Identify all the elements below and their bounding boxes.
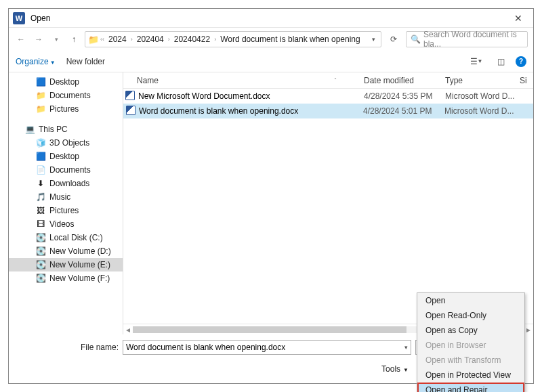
chevron-right-icon: ›: [131, 36, 133, 43]
sidebar-item-documents-pc[interactable]: 📄Documents: [9, 163, 123, 177]
drive-icon: 💽: [36, 260, 45, 269]
scroll-left-icon[interactable]: ◂: [126, 325, 130, 334]
up-button[interactable]: ↑: [67, 32, 81, 46]
navigation-pane[interactable]: 🟦Desktop 📁Documents 📁Pictures 💻This PC 🧊…: [9, 72, 123, 334]
word-app-icon: W: [13, 12, 25, 24]
menu-item-open-as-copy[interactable]: Open as Copy: [417, 323, 524, 338]
drive-icon: 💽: [36, 233, 45, 242]
file-type-cell: Microsoft Word D...: [445, 91, 520, 101]
file-name-value: Word document is blank when opening.docx: [126, 343, 400, 352]
tools-menu[interactable]: Tools▼: [381, 364, 409, 374]
preview-pane-button[interactable]: ◫: [491, 55, 510, 68]
pictures-icon: 🖼: [36, 206, 45, 215]
file-name-cell: Word document is blank when opening.docx: [138, 106, 363, 116]
breadcrumb-item[interactable]: 20240422: [171, 35, 213, 44]
sidebar-item-desktop[interactable]: 🟦Desktop: [9, 75, 123, 89]
word-doc-icon: [125, 91, 135, 100]
sidebar-item-volume-d[interactable]: 💽New Volume (D:): [9, 244, 123, 258]
music-icon: 🎵: [36, 192, 45, 202]
column-date[interactable]: Date modified: [364, 76, 445, 85]
menu-item-open-readonly[interactable]: Open Read-Only: [417, 308, 524, 323]
sidebar-item-local-disk-c[interactable]: 💽Local Disk (C:): [9, 231, 123, 244]
videos-icon: 🎞: [36, 219, 45, 229]
chevron-icon: ‹‹: [100, 36, 104, 43]
search-icon: 🔍: [411, 35, 421, 44]
sidebar-item-downloads[interactable]: ⬇Downloads: [9, 177, 123, 190]
documents-icon: 📄: [36, 165, 45, 175]
file-date-cell: 4/28/2024 5:01 PM: [363, 106, 444, 116]
new-folder-button[interactable]: New folder: [66, 57, 105, 66]
sidebar-item-documents[interactable]: 📁Documents: [9, 89, 123, 102]
search-placeholder: Search Word document is bla...: [423, 30, 523, 49]
column-headers: Name˄ Date modified Type Si: [123, 72, 533, 89]
file-row[interactable]: Word document is blank when opening.docx…: [123, 104, 533, 118]
column-type[interactable]: Type: [445, 76, 520, 85]
file-type-cell: Microsoft Word D...: [444, 106, 519, 116]
address-dropdown[interactable]: ▾: [369, 36, 378, 43]
word-doc-icon: [126, 106, 136, 115]
recent-dropdown[interactable]: ▾: [49, 32, 63, 46]
chevron-right-icon: ›: [168, 36, 170, 43]
breadcrumb-item[interactable]: 202404: [134, 35, 167, 44]
address-bar[interactable]: 📁 ‹‹ 2024 › 202404 › 20240422 › Word doc…: [85, 31, 381, 47]
file-rows: New Microsoft Word Document.docx 4/28/20…: [123, 89, 533, 324]
breadcrumb-item[interactable]: 2024: [106, 35, 129, 44]
drive-icon: 💽: [36, 274, 45, 283]
drive-icon: 💽: [36, 246, 45, 256]
sidebar-item-volume-e[interactable]: 💽New Volume (E:): [9, 258, 123, 271]
sidebar-item-pictures[interactable]: 📁Pictures: [9, 102, 123, 116]
menu-item-open[interactable]: Open: [417, 293, 524, 308]
folder-icon: 📁: [88, 35, 99, 45]
scrollbar-thumb[interactable]: [133, 326, 406, 333]
desktop-icon: 🟦: [36, 152, 45, 161]
menu-item-open-and-repair[interactable]: Open and Repair: [417, 383, 524, 392]
file-name-cell: New Microsoft Word Document.docx: [137, 91, 364, 101]
chevron-right-icon: ›: [214, 36, 216, 43]
forward-button[interactable]: →: [32, 32, 45, 46]
folder-icon: 📁: [36, 104, 45, 114]
menu-item-open-protected-view[interactable]: Open in Protected View: [417, 368, 524, 383]
view-options-button[interactable]: ☰ ▼: [467, 55, 486, 68]
pc-icon: 💻: [25, 125, 35, 134]
sidebar-item-volume-f[interactable]: 💽New Volume (F:): [9, 271, 123, 285]
menu-item-open-in-browser: Open in Browser: [417, 338, 524, 353]
menu-item-open-with-transform: Open with Transform: [417, 353, 524, 368]
cube-icon: 🧊: [36, 138, 45, 148]
breadcrumb-item[interactable]: Word document is blank when opening: [217, 35, 363, 44]
sidebar-item-music[interactable]: 🎵Music: [9, 190, 123, 204]
column-name[interactable]: Name˄: [123, 76, 364, 85]
sort-indicator-icon: ˄: [334, 77, 337, 83]
sidebar-item-this-pc[interactable]: 💻This PC: [9, 123, 123, 136]
nav-bar: ← → ▾ ↑ 📁 ‹‹ 2024 › 202404 › 20240422 › …: [9, 28, 533, 51]
sidebar-item-pictures-pc[interactable]: 🖼Pictures: [9, 204, 123, 217]
file-name-label: File name:: [17, 343, 119, 352]
folder-icon: 📁: [36, 91, 45, 100]
column-size[interactable]: Si: [520, 76, 533, 85]
back-button[interactable]: ←: [14, 32, 28, 46]
window-title: Open: [30, 14, 507, 23]
file-name-input[interactable]: Word document is blank when opening.docx…: [123, 340, 411, 355]
organize-menu[interactable]: Organize▼: [16, 57, 56, 66]
sidebar-item-3d-objects[interactable]: 🧊3D Objects: [9, 136, 123, 150]
help-button[interactable]: ?: [516, 56, 526, 67]
search-input[interactable]: 🔍 Search Word document is bla...: [406, 31, 528, 47]
close-button[interactable]: ✕: [507, 13, 529, 24]
file-row[interactable]: New Microsoft Word Document.docx 4/28/20…: [123, 89, 533, 104]
downloads-icon: ⬇: [36, 179, 45, 188]
toolbar: Organize▼ New folder ☰ ▼ ◫ ?: [9, 51, 533, 72]
file-name-dropdown[interactable]: ▾: [400, 344, 408, 351]
desktop-icon: 🟦: [36, 77, 45, 87]
sidebar-item-desktop-pc[interactable]: 🟦Desktop: [9, 150, 123, 163]
refresh-button[interactable]: ⟳: [385, 31, 402, 47]
open-dropdown-menu: Open Open Read-Only Open as Copy Open in…: [417, 292, 525, 392]
title-bar: W Open ✕: [9, 9, 533, 28]
scroll-right-icon[interactable]: ▸: [526, 325, 530, 334]
sidebar-item-videos[interactable]: 🎞Videos: [9, 217, 123, 231]
file-date-cell: 4/28/2024 5:35 PM: [364, 91, 445, 101]
